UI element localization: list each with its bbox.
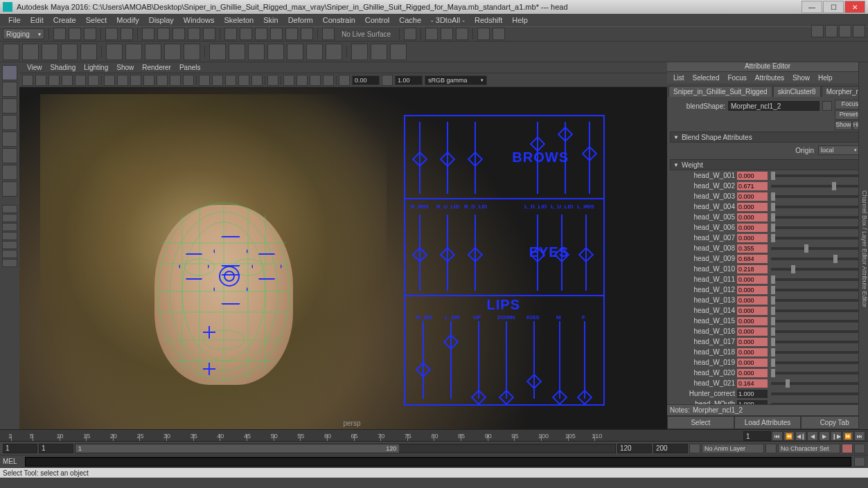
weight-value-field[interactable]: 0.000 — [737, 327, 768, 336]
constraint1-button[interactable] — [351, 44, 368, 60]
weight-slider[interactable] — [771, 278, 862, 281]
vp-exposure-field[interactable]: 0.00 — [352, 75, 380, 85]
lattice-button[interactable] — [164, 44, 181, 60]
weight-value-field[interactable]: 0.000 — [737, 338, 768, 346]
snap-live-button[interactable] — [285, 28, 298, 40]
play-back-button[interactable]: ◀ — [807, 431, 818, 441]
vp-expose-icon[interactable] — [339, 75, 350, 86]
vp-gate-mask-button[interactable] — [143, 75, 154, 86]
weight-value-field[interactable]: 0.164 — [737, 379, 768, 388]
maximize-button[interactable]: ☐ — [823, 1, 844, 13]
anim-layer-dropdown[interactable]: No Anim Layer — [702, 444, 764, 453]
paint-weights-button[interactable] — [229, 44, 245, 60]
menu-cache[interactable]: Cache — [395, 16, 425, 24]
weight-slider[interactable] — [771, 185, 862, 188]
panel-layout1-button[interactable] — [477, 28, 490, 40]
weight-slider[interactable] — [771, 195, 862, 198]
select-button[interactable]: Select — [667, 416, 734, 429]
weight-slider[interactable] — [771, 320, 862, 323]
weight-slider[interactable] — [771, 289, 862, 291]
lip-slider-7[interactable] — [577, 390, 593, 406]
smooth-weights-button[interactable] — [326, 44, 342, 60]
snap-curve-button[interactable] — [240, 28, 252, 40]
layout-outliner-button[interactable] — [2, 250, 17, 258]
weight-section-header[interactable]: ▼Weight — [670, 159, 865, 170]
vp-shaded-button[interactable] — [212, 75, 223, 86]
lip-slider-5[interactable] — [526, 374, 542, 390]
playback-options-button[interactable] — [854, 444, 865, 453]
layout-four-button[interactable] — [2, 214, 17, 222]
weight-slider[interactable] — [771, 382, 862, 385]
time-slider[interactable]: 1 ⏮ ⏪ ◀❙ ◀ ▶ ❙▶ ⏩ ⏭ 15101520253035404550… — [0, 429, 868, 442]
weight-slider[interactable] — [771, 257, 862, 260]
live-surface-button[interactable] — [322, 28, 335, 40]
attr-menu-attributes[interactable]: Attributes — [752, 74, 788, 82]
panel-layout2-button[interactable] — [493, 28, 505, 40]
select-mode-button[interactable] — [142, 28, 154, 40]
weight-value-field[interactable]: 0.000 — [737, 213, 768, 222]
minimize-button[interactable]: — — [801, 1, 822, 13]
weight-slider[interactable] — [771, 392, 862, 395]
brow-slider-2[interactable] — [440, 152, 456, 168]
scale-tool[interactable] — [2, 148, 17, 163]
brow-slider-3[interactable] — [468, 152, 484, 168]
vp-menu-shading[interactable]: Shading — [47, 64, 80, 71]
modeling-toolkit-icon[interactable] — [811, 25, 824, 37]
attr-menu-focus[interactable]: Focus — [724, 74, 750, 82]
weight-value-field[interactable]: 0.000 — [737, 203, 768, 211]
viewport-3d[interactable]: BROWS EYES R_IRISR_U_LIDR_D_LIDL_D_LIDL_… — [19, 87, 667, 429]
vp-ao-button[interactable] — [310, 75, 321, 86]
snap-plane-button[interactable] — [270, 28, 283, 40]
weight-value-field[interactable]: 0.000 — [737, 307, 768, 315]
weight-slider[interactable] — [771, 361, 862, 364]
blendshape-io-button[interactable] — [822, 101, 832, 111]
menuset-dropdown[interactable]: Rigging▾ — [3, 28, 44, 39]
blendshape-section-header[interactable]: ▼Blend Shape Attributes — [670, 132, 865, 143]
cluster-button[interactable] — [184, 44, 200, 60]
render-settings-button[interactable] — [456, 28, 468, 40]
load-attributes-button[interactable]: Load Attributes — [734, 416, 801, 429]
vp-menu-view[interactable]: View — [24, 64, 46, 71]
command-input[interactable] — [25, 457, 851, 467]
menu-constrain[interactable]: Constrain — [319, 16, 360, 24]
menu-dtoall[interactable]: - 3DtoAll - — [427, 16, 469, 24]
weight-value-field[interactable]: 0.684 — [737, 255, 768, 263]
face-rig-panel[interactable]: BROWS EYES R_IRISR_U_LIDR_D_LIDL_D_LIDL_… — [404, 115, 605, 406]
vp-safe-title-button[interactable] — [183, 75, 194, 86]
weight-slider[interactable] — [771, 216, 862, 219]
weight-slider[interactable] — [771, 226, 862, 229]
menu-help[interactable]: Help — [508, 16, 532, 24]
weight-slider[interactable] — [771, 247, 862, 250]
menu-display[interactable]: Display — [145, 16, 178, 24]
lip-slider-3[interactable] — [471, 390, 487, 406]
vp-gamma-icon[interactable] — [382, 75, 393, 86]
blendshape-name-field[interactable]: Morpher_ncl1_2 — [728, 101, 820, 111]
menu-deform[interactable]: Deform — [284, 16, 317, 24]
weight-slider[interactable] — [771, 351, 862, 354]
weight-value-field[interactable]: 0.000 — [737, 224, 768, 232]
vp-grease-button[interactable] — [88, 75, 99, 86]
last-tool[interactable] — [2, 165, 17, 180]
weight-value-field[interactable]: 0.000 — [737, 275, 768, 284]
vp-safe-action-button[interactable] — [170, 75, 181, 86]
menu-modify[interactable]: Modify — [112, 16, 143, 24]
weight-slider[interactable] — [771, 372, 862, 374]
ik-spline-button[interactable] — [145, 44, 161, 60]
attr-menu-show[interactable]: Show — [789, 74, 813, 82]
weight-slider[interactable] — [771, 174, 862, 177]
vp-textured-button[interactable] — [225, 75, 236, 86]
menu-edit[interactable]: Edit — [26, 16, 48, 24]
vp-grid-button[interactable] — [104, 75, 115, 86]
lasso-tool[interactable] — [2, 82, 17, 97]
vp-menu-lighting[interactable]: Lighting — [80, 64, 112, 71]
step-forward-key-button[interactable]: ⏩ — [842, 431, 853, 441]
weight-value-field[interactable]: 1.000 — [737, 390, 768, 398]
weight-slider[interactable] — [771, 330, 862, 333]
bind-skin-button[interactable] — [209, 44, 226, 60]
select-mask-button[interactable] — [188, 28, 200, 40]
new-scene-button[interactable] — [53, 28, 66, 40]
menu-windows[interactable]: Windows — [179, 16, 219, 24]
lip-slider-2[interactable] — [443, 334, 459, 350]
rotate-tool-button[interactable] — [22, 44, 39, 60]
face-ctrl-chin-cross[interactable] — [203, 363, 215, 375]
